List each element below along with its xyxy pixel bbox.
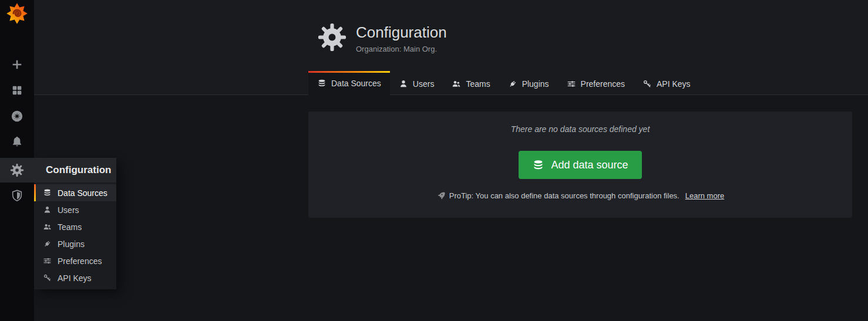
page-subtitle: Organization: Main Org. — [356, 45, 447, 53]
tab-label: Users — [413, 79, 435, 89]
tab-users[interactable]: Users — [390, 71, 443, 94]
page-header: Configuration Organization: Main Org. Da… — [34, 0, 868, 95]
plug-icon — [508, 79, 517, 89]
database-icon — [317, 79, 327, 88]
plug-icon — [43, 239, 52, 248]
flyout-item-label: Plugins — [58, 239, 85, 249]
user-icon — [399, 79, 408, 89]
flyout-item-label: Data Sources — [58, 188, 107, 198]
dashboards-icon — [11, 84, 23, 97]
flyout-item-label: API Keys — [58, 273, 92, 283]
tab-label: Data Sources — [331, 79, 381, 88]
sidebar-item-alerting[interactable] — [0, 129, 34, 155]
configuration-flyout-menu: Configuration Data Sources Users Teams P… — [34, 158, 116, 289]
protip: ProTip: You can also define data sources… — [436, 191, 724, 200]
sliders-icon — [43, 256, 52, 265]
flyout-item-api-keys[interactable]: API Keys — [34, 269, 116, 286]
tab-plugins[interactable]: Plugins — [499, 71, 558, 94]
database-icon — [43, 188, 52, 197]
tab-label: Plugins — [522, 79, 549, 89]
sidebar-item-create[interactable] — [0, 52, 34, 77]
page-content: There are no data sources defined yet Ad… — [34, 95, 868, 218]
flyout-title: Configuration — [34, 158, 116, 183]
sidebar-item-explore[interactable] — [0, 103, 34, 129]
tab-teams[interactable]: Teams — [443, 71, 499, 94]
flyout-item-label: Preferences — [58, 256, 102, 266]
key-icon — [43, 273, 52, 282]
flyout-item-label: Teams — [58, 222, 82, 232]
grafana-logo-icon — [6, 2, 28, 25]
shield-icon — [11, 189, 23, 202]
team-icon — [43, 222, 52, 231]
main-area: Configuration Organization: Main Org. Da… — [34, 0, 868, 321]
flyout-item-users[interactable]: Users — [34, 201, 116, 218]
add-data-source-button[interactable]: Add data source — [519, 151, 641, 179]
add-data-source-label: Add data source — [551, 159, 628, 171]
rocket-icon — [436, 191, 445, 200]
sidebar-nav — [0, 52, 34, 208]
flyout-item-teams[interactable]: Teams — [34, 218, 116, 235]
tab-label: Preferences — [581, 79, 625, 89]
page-title: Configuration — [356, 23, 447, 42]
sidebar-item-server-admin[interactable] — [0, 183, 34, 208]
tab-preferences[interactable]: Preferences — [558, 71, 634, 94]
flyout-item-plugins[interactable]: Plugins — [34, 235, 116, 252]
tab-label: API Keys — [657, 79, 691, 89]
plus-icon — [11, 58, 23, 71]
user-icon — [43, 205, 52, 214]
tab-data-sources[interactable]: Data Sources — [308, 71, 390, 95]
sliders-icon — [567, 79, 576, 89]
database-icon — [532, 159, 544, 171]
team-icon — [452, 79, 461, 89]
sidebar — [0, 0, 34, 321]
flyout-item-data-sources[interactable]: Data Sources — [34, 184, 116, 201]
tab-label: Teams — [466, 79, 490, 89]
protip-text: ProTip: You can also define data sources… — [449, 191, 679, 200]
gear-icon — [317, 22, 347, 52]
data-sources-empty-panel: There are no data sources defined yet Ad… — [308, 111, 852, 218]
flyout-list: Data Sources Users Teams Plugins Prefere… — [34, 183, 116, 289]
tab-api-keys[interactable]: API Keys — [634, 71, 699, 94]
gear-icon — [10, 163, 24, 177]
bell-icon — [11, 136, 23, 148]
learn-more-link[interactable]: Learn more — [685, 191, 724, 200]
compass-icon — [11, 110, 23, 123]
tab-bar: Data Sources Users Teams Plugins Prefere… — [308, 71, 699, 94]
flyout-item-preferences[interactable]: Preferences — [34, 252, 116, 269]
empty-state-message: There are no data sources defined yet — [511, 124, 650, 134]
sidebar-item-dashboards[interactable] — [0, 77, 34, 103]
flyout-item-label: Users — [58, 205, 79, 215]
key-icon — [642, 79, 652, 89]
grafana-logo[interactable] — [0, 0, 34, 27]
sidebar-item-configuration[interactable] — [0, 158, 34, 183]
